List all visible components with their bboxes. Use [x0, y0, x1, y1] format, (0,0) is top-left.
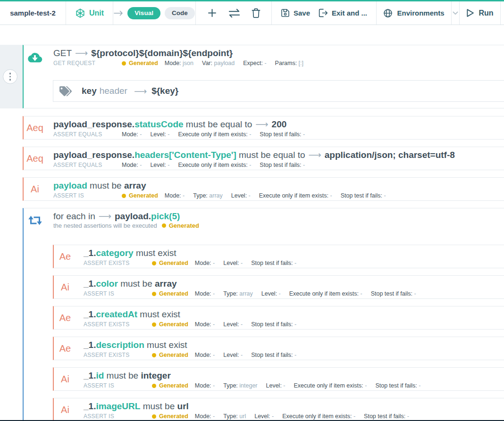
meta-item: Stop test if fails: - — [260, 161, 305, 170]
assertion-card[interactable]: Aeqpayload_response.statusCode must be e… — [23, 116, 504, 140]
assertion-subtitle: ASSERT EXISTSGeneratedMode: -Level: -Sto… — [84, 351, 305, 360]
save-button[interactable]: Save — [281, 8, 310, 17]
assertion-value: array — [124, 181, 146, 190]
assertion-card[interactable]: Ai_1.id must be integerASSERT ISGenerate… — [53, 367, 504, 391]
assertion-card[interactable]: Aipayload must be arrayASSERT ISGenerate… — [23, 177, 504, 201]
request-component[interactable]: GET⟶${protocol}${domain}${endpoint} GET … — [23, 45, 504, 108]
assertion-subtitle: ASSERT ISGeneratedMode: -Type: integerLe… — [84, 381, 429, 390]
meta-item: Mode: - — [165, 191, 185, 200]
component-type-label: GET REQUEST — [53, 59, 122, 68]
assertion-subtitle: ASSERT EQUALSMode: -Level: -Execute only… — [53, 130, 313, 139]
meta-item: Execute only if item exists: - — [178, 130, 251, 139]
run-button[interactable]: Run — [460, 1, 501, 25]
assertion-title: _1.imageURL must be url — [84, 400, 418, 412]
meta-item: Stop test if fails: - — [251, 259, 296, 268]
assertion-card[interactable]: Ae_1.category must exist ASSERT EXISTSGe… — [53, 245, 504, 268]
generated-badge: Generated — [162, 222, 199, 229]
assertion-type-label: ASSERT EXISTS — [84, 351, 152, 360]
generated-dot-icon — [122, 194, 126, 198]
assertion-card[interactable]: Aeqpayload_response.headers['Content-Typ… — [23, 147, 504, 170]
exit-button[interactable]: Exit and ... — [319, 8, 367, 17]
chevron-down-icon — [453, 11, 458, 15]
meta-item: Type: integer — [223, 381, 257, 390]
environments-dropdown[interactable] — [452, 1, 460, 25]
assertion-value: integer — [141, 371, 170, 380]
assertion-card[interactable]: Ae_1.description must exist ASSERT EXIST… — [53, 337, 504, 360]
unit-label: Unit — [89, 9, 104, 17]
tab-code[interactable]: Code — [165, 7, 195, 19]
meta-item: Level: - — [231, 191, 251, 200]
generated-dot-icon — [122, 61, 126, 66]
assertion-title: payload_response.headers['Content-Type']… — [53, 149, 455, 161]
arrow-right-icon: ⟶ — [72, 48, 91, 58]
assertion-badge: Ai — [54, 276, 76, 298]
run-label: Run — [479, 9, 493, 17]
unit-type-button[interactable]: Unit — [66, 1, 113, 25]
assertion-card[interactable]: Ai_1.imageURL must be urlASSERT ISGenera… — [53, 398, 504, 421]
play-icon — [466, 8, 474, 17]
exit-label: Exit and ... — [332, 9, 367, 17]
meta-item: Execute only if item exists: - — [259, 191, 332, 200]
trash-icon[interactable] — [252, 8, 260, 18]
meta-item: Level: - — [223, 320, 243, 329]
meta-item: Stop test if fails: - — [371, 289, 416, 298]
assertion-subtitle: ASSERT EXISTSGeneratedMode: -Level: -Sto… — [84, 320, 305, 329]
path-segment: statusCode — [134, 119, 183, 129]
meta-item: Stop test if fails: - — [375, 381, 420, 390]
assertion-badge: Ae — [54, 306, 76, 329]
test-canvas: GET⟶${protocol}${domain}${endpoint} GET … — [0, 25, 504, 421]
arrow-right-icon: ⟶ — [134, 86, 147, 96]
assertion-type-label: ASSERT IS — [84, 381, 152, 390]
assertion-card[interactable]: Ai_1.color must be arrayASSERT ISGenerat… — [53, 275, 504, 299]
loop-icon — [28, 215, 42, 226]
meta-item: Execute only if item exists: - — [178, 161, 251, 170]
assertion-badge: Aeq — [24, 116, 46, 139]
assertion-value: array — [155, 279, 177, 289]
environments-label: Environments — [397, 9, 444, 17]
assertion-badge: Ae — [54, 245, 76, 268]
meta-item: Var: payload — [202, 59, 235, 68]
request-url: ${protocol}${domain}${endpoint} — [91, 48, 233, 58]
arrow-right-icon — [114, 10, 123, 16]
tab-visual[interactable]: Visual — [127, 7, 160, 19]
meta-item: Level: - — [261, 289, 281, 298]
generated-badge: Generated — [122, 191, 158, 200]
environments-button[interactable]: Environments — [377, 1, 452, 25]
path-segment: headers['Content-Type'] — [134, 150, 236, 160]
path-segment: _1. — [84, 340, 96, 350]
swap-icon[interactable] — [228, 8, 241, 18]
exit-icon — [319, 8, 328, 17]
arrow-right-icon: ⟶ — [95, 211, 115, 221]
assertion-subtitle: ASSERT ISGeneratedMode: -Type: arrayLeve… — [84, 289, 425, 298]
assertion-title: _1.color must be array — [84, 278, 425, 289]
mode-toggle: Visual Code — [113, 1, 196, 25]
assertion-type-label: ASSERT IS — [84, 289, 152, 298]
path-segment: payload_response. — [53, 150, 134, 160]
assertion-type-label: ASSERT IS — [53, 191, 122, 200]
assertion-card[interactable]: Ae_1.createdAt must exist ASSERT EXISTSG… — [53, 306, 504, 330]
save-label: Save — [294, 9, 310, 17]
meta-item: Mode: - — [195, 381, 215, 390]
component-menu-handle[interactable] — [3, 69, 17, 84]
path-segment: _1. — [84, 371, 96, 380]
globe-icon — [383, 8, 393, 18]
assertion-title: payload must be array — [53, 180, 395, 191]
param-kind: header — [100, 86, 127, 96]
add-component-icon[interactable] — [207, 8, 217, 18]
meta-item: Stop test if fails: - — [251, 320, 296, 329]
foreach-component[interactable]: for each in⟶payload.pick(5) the nested a… — [23, 208, 504, 421]
meta-item: Mode: json — [165, 59, 193, 68]
meta-item: Level: - — [223, 351, 243, 360]
request-header-param[interactable]: key header ⟶ ${key} — [53, 80, 504, 102]
assertion-title: _1.createdAt must exist — [84, 308, 305, 320]
path-segment: id — [96, 371, 104, 380]
meta-item: Level: - — [150, 130, 169, 139]
kebab-menu-icon — [9, 73, 11, 81]
path-segment: payload. — [115, 211, 151, 221]
meta-item: Execute only if item exists: - — [294, 381, 367, 390]
tags-icon — [59, 86, 72, 96]
path-segment: category — [96, 248, 133, 258]
meta-item: Level: - — [150, 161, 169, 170]
generated-dot-icon — [152, 292, 156, 296]
path-segment: createdAt — [96, 309, 137, 319]
